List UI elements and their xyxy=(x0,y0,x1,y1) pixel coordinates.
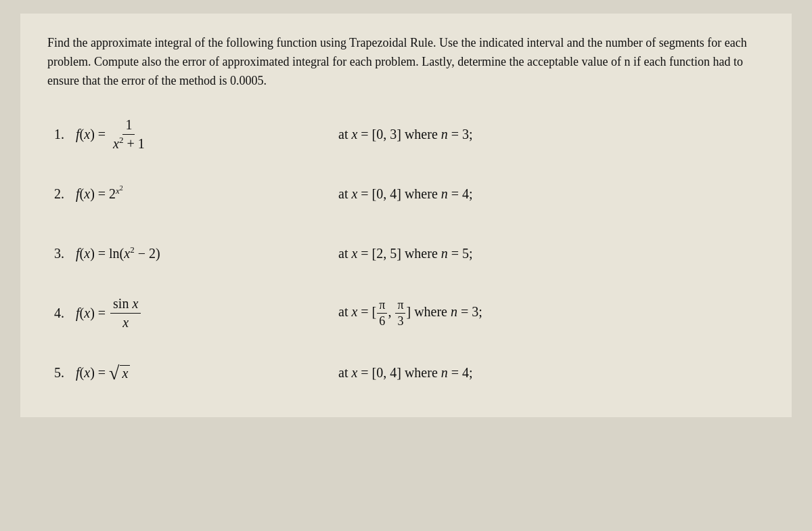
page: Find the approximate integral of the fol… xyxy=(20,14,792,417)
problem-4-fx: f(x) = xyxy=(76,305,109,321)
problem-5-number: 5. xyxy=(54,365,69,381)
problem-2-number: 2. xyxy=(54,186,69,202)
instruction-text: Find the approximate integral of the fol… xyxy=(47,36,747,87)
table-row: 4. f(x) = sin x x at x = [π6, π3] where … xyxy=(54,290,765,337)
table-row: 3. f(x) = ln(x2 − 2) at x = [2, 5] where… xyxy=(54,230,765,278)
instructions-block: Find the approximate integral of the fol… xyxy=(47,34,765,91)
problem-1-fx: f(x) = xyxy=(76,127,109,142)
problem-5-function: 5. f(x) = √ x xyxy=(54,364,311,383)
problem-3-interval: at x = [2, 5] where n = 5; xyxy=(311,246,765,261)
problem-1-interval: at x = [0, 3] where n = 3; xyxy=(311,127,765,142)
problem-1-number: 1. xyxy=(54,127,69,142)
problem-3-function: 3. f(x) = ln(x2 − 2) xyxy=(54,246,311,261)
problem-1-fraction: 1 x2 + 1 xyxy=(110,117,148,152)
problem-4-fraction: sin x x xyxy=(110,296,141,331)
problem-4-function: 4. f(x) = sin x x xyxy=(54,296,311,331)
pi-fraction-1: π6 xyxy=(377,298,387,328)
table-row: 2. f(x) = 2x2 at x = [0, 4] where n = 4; xyxy=(54,171,765,218)
problem-4-numerator: sin x xyxy=(110,296,141,314)
problem-1-numerator: 1 xyxy=(122,117,135,135)
sqrt-symbol: √ xyxy=(109,364,119,383)
problem-5-fx: f(x) = xyxy=(76,365,109,381)
problem-5-interval: at x = [0, 4] where n = 4; xyxy=(311,365,765,381)
problem-1-function: 1. f(x) = 1 x2 + 1 xyxy=(54,117,311,152)
table-row: 5. f(x) = √ x at x = [0, 4] where n = 4; xyxy=(54,349,765,397)
problem-2-interval: at x = [0, 4] where n = 4; xyxy=(311,186,765,202)
table-row: 1. f(x) = 1 x2 + 1 at x = [0, 3] where n… xyxy=(54,111,765,158)
problem-2-fx: f(x) = 2x2 xyxy=(76,186,123,202)
problems-list: 1. f(x) = 1 x2 + 1 at x = [0, 3] where n… xyxy=(47,111,765,397)
pi-fraction-2: π3 xyxy=(395,298,405,328)
problem-2-function: 2. f(x) = 2x2 xyxy=(54,186,311,202)
problem-1-denominator: x2 + 1 xyxy=(110,135,148,152)
problem-4-number: 4. xyxy=(54,305,69,321)
problem-5-sqrt: √ x xyxy=(109,364,130,383)
problem-4-interval: at x = [π6, π3] where n = 3; xyxy=(311,298,765,328)
problem-3-number: 3. xyxy=(54,246,69,261)
problem-4-denominator: x xyxy=(120,314,131,331)
sqrt-content: x xyxy=(120,365,130,381)
problem-3-fx: f(x) = ln(x2 − 2) xyxy=(76,246,160,261)
